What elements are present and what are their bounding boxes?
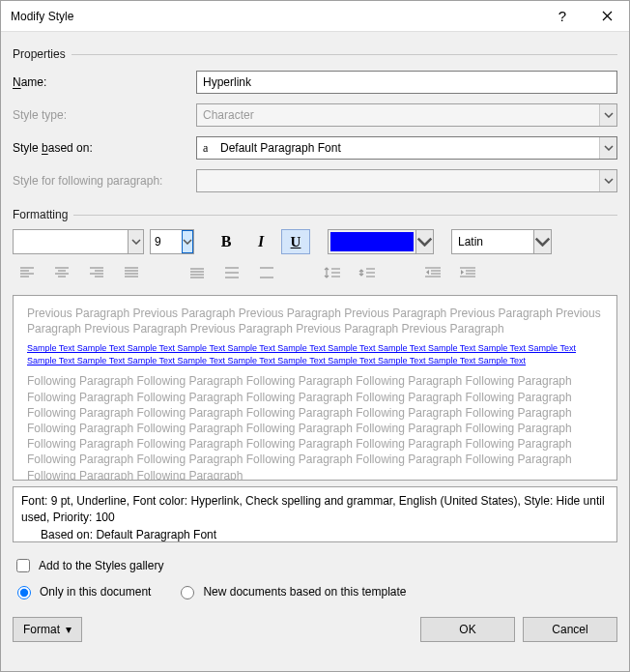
style-description: Font: 9 pt, Underline, Font color: Hyper… [13,486,617,542]
font-name-combo[interactable] [13,229,144,254]
modify-style-dialog: Modify Style ? Properties Name: Style ty… [0,0,630,672]
chevron-down-icon [599,170,616,191]
help-icon: ? [558,8,566,24]
style-type-label: Style type: [13,108,196,122]
align-left-button [13,260,42,285]
indent-decrease-button [418,260,447,285]
format-button[interactable]: Format ▾ [13,617,82,642]
preview-pane: Previous Paragraph Previous Paragraph Pr… [13,295,617,481]
italic-button[interactable]: I [246,229,275,254]
titlebar: Modify Style ? [1,1,629,32]
close-icon [602,11,613,21]
based-on-value: Default Paragraph Font [220,141,341,155]
new-docs-template-label[interactable]: New documents based on this template [203,585,406,599]
add-to-gallery-label[interactable]: Add to the Styles gallery [39,559,163,572]
script-value: Latin [458,235,483,248]
space-before-inc-button [318,260,347,285]
align-justify-button [117,260,146,285]
style-type-value: Character [203,108,254,122]
indent-decrease-icon [424,266,442,279]
spacing-2-button [252,260,281,285]
font-color-picker[interactable] [328,229,434,254]
following-para-select [196,169,617,192]
spacing-15-button [217,260,246,285]
close-button[interactable] [585,1,629,32]
based-on-label: Style based on: [13,141,196,155]
only-this-document-label[interactable]: Only in this document [40,585,151,599]
indent-increase-button [453,260,482,285]
align-center-icon [54,266,70,279]
style-type-select: Character [196,103,617,127]
cancel-button[interactable]: Cancel [523,617,617,642]
line-spacing-1-icon [189,266,205,279]
italic-icon: I [258,233,264,250]
based-on-select[interactable]: a Default Paragraph Font [196,136,617,160]
underline-button[interactable]: U [281,229,310,254]
script-select[interactable]: Latin [451,229,552,254]
align-left-icon [19,266,35,279]
align-right-button [82,260,111,285]
ok-button[interactable]: OK [420,617,515,642]
font-name-input[interactable] [14,231,128,252]
chevron-down-icon[interactable] [128,230,143,253]
sample-text: Sample Text Sample Text Sample Text Samp… [27,342,603,367]
chevron-down-icon [599,137,616,159]
help-button[interactable]: ? [540,1,585,32]
chevron-down-icon [599,104,616,126]
description-line-1: Font: 9 pt, Underline, Font color: Hyper… [21,493,609,527]
properties-group-label: Properties [13,47,72,61]
chevron-down-icon[interactable] [415,230,433,253]
line-spacing-15-icon [224,266,240,279]
underline-icon: U [291,234,301,250]
indent-increase-icon [459,266,476,279]
dropdown-triangle-icon: ▾ [66,623,72,636]
only-this-document-radio[interactable] [17,586,31,599]
line-spacing-2-icon [259,266,274,279]
chevron-down-icon [533,230,551,253]
spacing-1-button [183,260,212,285]
formatting-group-label: Formatting [13,208,73,221]
following-para-label: Style for following paragraph: [13,174,196,188]
align-center-button [47,260,76,285]
bold-button[interactable]: B [212,229,241,254]
character-a-icon: a [203,141,215,156]
align-justify-icon [124,266,139,279]
prev-paragraph: Previous Paragraph Previous Paragraph Pr… [27,306,603,336]
align-right-icon [89,266,104,279]
space-before-dec-button [353,260,382,285]
following-paragraph: Following Paragraph Following Paragraph … [27,373,603,481]
color-swatch [330,232,414,251]
name-input[interactable] [196,71,617,94]
chevron-down-icon[interactable] [182,230,193,253]
space-after-icon [358,265,376,280]
divider [73,215,617,216]
divider [72,54,617,55]
name-label: Name: [13,75,196,89]
description-line-2: Based on: Default Paragraph Font [21,527,609,543]
add-to-gallery-checkbox[interactable] [16,559,30,572]
paragraph-toolbar [13,260,617,285]
font-size-input[interactable] [151,231,182,252]
dialog-title: Modify Style [11,10,540,23]
new-docs-template-radio[interactable] [181,586,194,599]
formatting-toolbar: B I U Latin [13,229,617,254]
space-before-icon [324,265,341,280]
font-size-combo[interactable] [150,229,194,254]
bold-icon: B [221,233,232,250]
